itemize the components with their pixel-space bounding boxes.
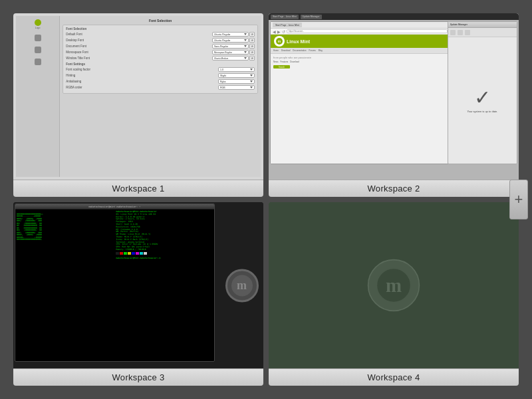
ws2-url-bar[interactable]: https://linuxmint... — [287, 29, 448, 33]
ws1-setting-3: Antialiasing Rgba — [66, 79, 255, 84]
add-workspace-button[interactable]: + — [509, 180, 528, 219]
ws3-outer: maketecheasier@mint-maketecheasier: ~ MM… — [13, 202, 263, 368]
ws1-font-row-5: Window Title Font Ubuntu Medium 10 — [66, 56, 255, 61]
workspace-2-label: Workspace 2 — [269, 180, 519, 197]
ws1-font-row-4: Monospace Font Monospace Regular 10 — [66, 50, 255, 55]
ws2-update-toolbar — [448, 28, 517, 37]
workspace-3-label: Workspace 3 — [13, 368, 263, 386]
ws2-update-status: Your system is up to date. — [467, 110, 497, 113]
ws2-browser-window: Start Page - Linux Mint ◀ ▶ ↺ https://li… — [270, 21, 450, 164]
ws2-mint-logo-circle: m — [274, 36, 285, 47]
workspace-2-preview: Start Page - Linux Mint Update Manager S… — [269, 13, 519, 180]
ws2-update-manager: Update Manager ✓ Your system is up to da… — [448, 21, 517, 164]
ws2-mint-site-title: Linux Mint — [287, 39, 310, 44]
ws1-setting-4: RGBA order RGB — [66, 85, 255, 90]
ws1-font-row-2: Desktop Font Ubuntu Regular 10 — [66, 38, 255, 43]
ws2-taskbar: Start Page - Linux Mint Update Manager — [269, 13, 519, 20]
ws3-ascii-art: MMMMMMMMMMMMMMMMMMMMs+ MMMMM---------+MM… — [17, 211, 114, 360]
ws2-taskbar-item-2: Update Manager — [301, 15, 322, 19]
ws2-browser-content-area: from people who are passionate News Feat… — [271, 54, 450, 70]
ws1-font-row-1: Default Font Ubuntu Regular 10 — [66, 32, 255, 37]
ws1-dialog-title: Font Selection — [63, 19, 258, 23]
workspace-2[interactable]: Start Page - Linux Mint Update Manager S… — [269, 13, 519, 197]
ws2-mint-header: m Linux Mint — [271, 35, 450, 48]
ws1-setting-2: Hinting Slight — [66, 73, 255, 78]
ws2-browser-toolbar: ◀ ▶ ↺ https://linuxmint... — [271, 29, 450, 35]
ws1-icon-4 — [17, 59, 58, 65]
ws1-font-row-3: Document Font Sans Regular 10 — [66, 44, 255, 49]
ws4-mint-logo-svg: m — [367, 259, 420, 312]
ws2-update-titlebar: Update Manager — [448, 22, 517, 28]
ws2-mint-logo-inner: m — [276, 38, 283, 45]
ws3-mint-inner-circle: m — [231, 275, 253, 296]
workspace-grid: Logo Font Selection Font Selectio — [7, 7, 525, 392]
workspace-3-preview: maketecheasier@mint-maketecheasier: ~ MM… — [13, 202, 263, 368]
svg-text:m: m — [386, 275, 402, 296]
ws2-nav-bar: Home Download Documentation Forums Blog — [271, 48, 450, 54]
workspace-4[interactable]: m Workspace 4 — [269, 202, 519, 386]
ws3-mint-m-letter: m — [237, 279, 247, 293]
ws1-main-area: Font Selection Font Selection Default Fo… — [60, 16, 261, 177]
ws3-system-info: maketecheasier@Mint-maketecheasier OS: L… — [114, 211, 212, 360]
ws4-outer: m — [269, 202, 519, 368]
ws2-outer: Start Page - Linux Mint Update Manager S… — [269, 13, 519, 180]
workspace-1-label: Workspace 1 — [13, 180, 263, 197]
ws1-section1: Font Selection — [66, 27, 255, 31]
workspace-1-preview: Logo Font Selection Font Selectio — [13, 13, 263, 180]
ws1-icon-2 — [17, 35, 58, 41]
ws1-left-panel: Logo — [16, 16, 60, 177]
ws2-checkmark-icon: ✓ — [474, 88, 491, 108]
ws3-terminal-titlebar: maketecheasier@mint-maketecheasier: ~ — [15, 204, 214, 209]
workspace-1[interactable]: Logo Font Selection Font Selectio — [13, 13, 263, 197]
ws3-mint-big-circle: m — [225, 269, 259, 302]
ws1-icon-1: Logo — [17, 19, 58, 29]
ws1-section2: Font Settings — [66, 63, 255, 66]
ws3-terminal-content: MMMMMMMMMMMMMMMMMMMMs+ MMMMM---------+MM… — [15, 209, 214, 361]
ws2-update-content: ✓ Your system is up to date. — [448, 37, 517, 164]
ws2-taskbar-item-1: Start Page - Linux Mint — [271, 15, 299, 19]
ws1-setting-1: Font scaling factor 1.0 — [66, 67, 255, 72]
workspace-4-preview: m — [269, 202, 519, 368]
ws3-mint-logo: m — [223, 267, 260, 304]
ws2-search-btn: Search — [273, 65, 290, 68]
ws3-terminal-window: maketecheasier@mint-maketecheasier: ~ MM… — [15, 203, 215, 362]
workspace-3[interactable]: maketecheasier@mint-maketecheasier: ~ MM… — [13, 202, 263, 386]
ws2-browser-tabs: Start Page - Linux Mint — [271, 22, 450, 29]
ws1-dialog-box: Font Selection Default Font Ubuntu Regul… — [63, 25, 258, 94]
workspace-4-label: Workspace 4 — [269, 368, 519, 386]
ws1-icon-3 — [17, 47, 58, 53]
ws2-browser-body: Home Download Documentation Forums Blog … — [271, 48, 450, 164]
